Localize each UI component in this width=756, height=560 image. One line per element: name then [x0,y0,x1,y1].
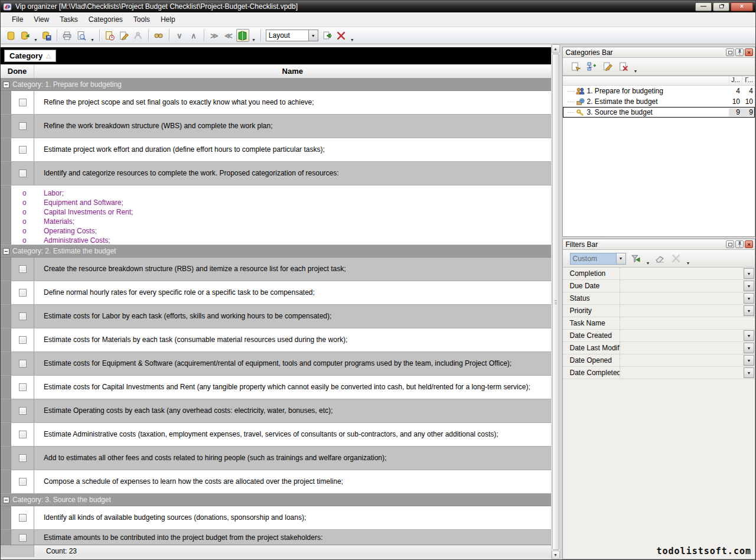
categories-col2-header[interactable]: Г... [742,76,755,85]
add-subcategory-icon[interactable] [585,60,599,73]
restore-button-icon[interactable] [713,2,729,11]
task-checkbox[interactable] [19,122,27,130]
apply-layout-icon[interactable] [321,29,334,42]
menu-item-tools[interactable]: Tools [128,14,155,25]
menu-item-file[interactable]: File [6,14,28,25]
new-task-icon[interactable] [103,29,116,42]
filter-dropdown-icon[interactable]: ▼ [744,305,754,316]
scrollbar-thumb[interactable] [552,54,559,550]
categories-restore-icon[interactable] [726,48,734,56]
category-group-header[interactable]: −Category: 2. Estimate the budget [1,245,551,258]
task-row[interactable]: Estimate costs for Materials by each tas… [1,328,551,352]
task-checkbox[interactable] [19,360,27,367]
delete-category-icon[interactable] [617,60,631,73]
task-checkbox[interactable] [19,407,27,415]
task-row[interactable]: Estimate costs for Labor by each task (e… [1,305,551,328]
categories-pin-icon[interactable] [735,48,744,56]
edit-category-icon[interactable] [601,60,615,73]
new-database-icon[interactable] [4,29,17,42]
category-group-header[interactable]: −Category: 3. Source the budget [1,494,551,506]
task-row[interactable]: Refine the work breakdown structure (WBS… [1,115,551,138]
collapse-group-icon[interactable]: − [3,497,9,503]
open-database-icon[interactable] [18,29,31,42]
category-row[interactable]: 1. Prepare for budgeting44 [563,86,755,96]
layout-combobox-dropdown-icon[interactable]: ▼ [308,30,318,41]
task-row[interactable]: Estimate costs for Capital Investments a… [1,376,551,399]
task-checkbox[interactable] [19,289,27,297]
filters-restore-icon[interactable] [726,240,734,248]
add-category-icon[interactable] [569,60,583,73]
layout-combobox[interactable]: Layout ▼ [266,30,318,41]
filter-dropdown-icon[interactable]: ▼ [744,355,754,366]
save-database-icon[interactable] [40,29,53,42]
delete-layout-icon[interactable] [335,29,348,42]
task-checkbox[interactable] [19,431,27,438]
open-dropdown-icon[interactable]: ▼ [32,38,39,42]
task-permissions-icon[interactable] [132,29,145,42]
group-by-category-button[interactable]: Category △ [4,50,56,62]
categories-toolbar-overflow-icon[interactable]: ▼ [633,69,639,73]
move-bottom-icon[interactable]: ≫ [208,29,221,42]
filter-preset-value[interactable]: Custom [570,253,616,265]
filter-value-field[interactable] [620,280,743,292]
vertical-scrollbar[interactable]: ▲ ▼ [551,44,560,559]
close-button-icon[interactable]: × [731,2,753,11]
clear-filter-icon[interactable] [653,252,667,265]
task-checkbox[interactable] [19,514,27,522]
filter-value-field[interactable] [620,292,743,304]
categories-col1-header[interactable]: J... [729,76,742,85]
filter-dropdown-icon[interactable]: ▼ [744,281,754,291]
task-row[interactable]: Identify all kinds of available budgetin… [1,506,551,530]
collapse-group-icon[interactable]: − [3,248,9,255]
task-checkbox[interactable] [19,312,27,320]
move-down-icon[interactable]: ∨ [173,29,186,42]
edit-task-icon[interactable] [118,29,131,42]
move-top-icon[interactable]: ≪ [222,29,235,42]
menu-item-categories[interactable]: Categories [83,14,128,25]
layout-mode-icon[interactable] [236,29,249,42]
filter-value-field[interactable] [620,367,743,379]
filter-value-field[interactable] [620,317,755,329]
menu-item-view[interactable]: View [28,14,54,25]
task-checkbox[interactable] [19,478,27,486]
task-checkbox[interactable] [19,99,27,106]
filter-preset-dropdown-icon[interactable]: ▼ [616,253,626,265]
apply-filter-icon[interactable] [629,252,643,265]
print-icon[interactable] [61,29,74,42]
filter-dropdown-icon[interactable]: ▼ [744,343,754,353]
menu-item-tasks[interactable]: Tasks [54,14,83,25]
filter-preset-combobox[interactable]: Custom ▼ [570,253,626,265]
task-checkbox[interactable] [19,383,27,391]
column-header-done[interactable]: Done [1,64,34,78]
task-row[interactable]: Compose a schedule of expenses to learn … [1,470,551,494]
task-row[interactable]: Identify and categorize resources to com… [1,162,551,185]
move-up-icon[interactable]: ∧ [187,29,200,42]
toolbar-overflow-icon[interactable]: ▼ [349,38,356,42]
scroll-up-icon[interactable]: ▲ [552,44,560,53]
category-group-header[interactable]: −Category: 1. Prepare for budgeting [1,79,551,91]
scroll-down-icon[interactable]: ▼ [552,551,560,559]
layout-combobox-value[interactable]: Layout [266,30,308,41]
filter-dropdown-icon[interactable]: ▼ [744,330,754,341]
apply-filter-dropdown-icon[interactable]: ▼ [645,261,651,265]
filter-value-field[interactable] [620,330,743,341]
collapse-group-icon[interactable]: − [3,82,9,88]
categories-close-icon[interactable]: × [745,48,753,56]
task-checkbox[interactable] [19,534,27,542]
filter-value-field[interactable] [620,305,743,317]
task-row[interactable]: Create the resource breakdown structure … [1,258,551,281]
find-icon[interactable] [152,29,165,42]
task-checkbox[interactable] [19,170,27,177]
task-checkbox[interactable] [19,336,27,344]
task-checkbox[interactable] [19,454,27,462]
task-row[interactable]: Estimate Administrative costs (taxation,… [1,423,551,447]
task-row[interactable]: Estimate costs for Equipment & Software … [1,352,551,376]
filters-toolbar-overflow-icon[interactable]: ▼ [685,261,691,265]
task-row[interactable]: Estimate Operating costs by each task (a… [1,399,551,423]
task-checkbox[interactable] [19,146,27,154]
filters-pin-icon[interactable] [735,240,744,248]
print-preview-icon[interactable] [75,29,88,42]
filter-dropdown-icon[interactable]: ▼ [744,268,754,279]
delete-filter-icon[interactable] [669,252,683,265]
filter-dropdown-icon[interactable]: ▼ [744,293,754,304]
